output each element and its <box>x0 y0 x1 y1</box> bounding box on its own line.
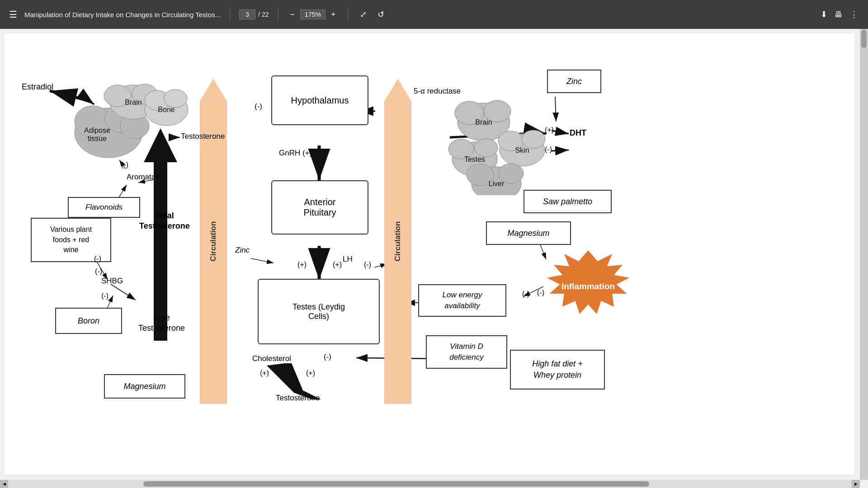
cholesterol-minus: (-) <box>324 352 331 361</box>
lh-label: LH <box>343 255 353 264</box>
flavonoids-box: Flavonoids <box>68 197 140 218</box>
free-t-minus: (-) <box>101 292 108 300</box>
hypo-minus: (-) <box>255 102 262 111</box>
low-energy-minus: (-) <box>522 290 529 298</box>
print-button[interactable]: 🖶 <box>832 8 845 21</box>
diagram: Adipose tissue Brain Bone Brain <box>5 33 854 474</box>
left-cloud-cluster: Adipose tissue Brain Bone <box>68 79 194 169</box>
left-circulation-label: Circulation <box>209 221 218 262</box>
scroll-right-button[interactable]: ▶ <box>852 480 860 488</box>
svg-line-30 <box>251 258 274 263</box>
zoom-controls: − 175% + <box>288 9 339 20</box>
estradiol-label: Estradiol <box>22 82 53 92</box>
scroll-left-button[interactable]: ◀ <box>0 480 8 488</box>
svg-point-56 <box>522 130 545 148</box>
magnesium-top-right-box: Magnesium <box>486 221 571 245</box>
svg-line-7 <box>111 284 136 300</box>
magnesium-top-right-label: Magnesium <box>507 229 549 238</box>
shbg-minus: (-) <box>95 267 102 276</box>
svg-point-44 <box>164 89 187 108</box>
anterior-pituitary-label: AnteriorPituitary <box>303 197 336 218</box>
svg-text:Testes: Testes <box>464 155 485 163</box>
main-content: Adipose tissue Brain Bone Brain <box>0 29 868 488</box>
toolbar: ☰ Manipulation of Dietary Intake on Chan… <box>0 0 868 29</box>
cholesterol-plus-1: (+) <box>260 369 269 377</box>
boron-label: Boron <box>78 316 99 326</box>
page-number-input[interactable] <box>239 9 255 19</box>
horizontal-scrollbar[interactable]: ◀ ▶ <box>0 480 860 488</box>
testes-leydig-box: Testes (LeydigCells) <box>258 279 380 344</box>
rotate-button[interactable]: ↺ <box>375 8 387 21</box>
vertical-scrollbar[interactable] <box>860 29 868 480</box>
anterior-pituitary-box: AnteriorPituitary <box>271 180 368 235</box>
low-energy-box: Low energyavailability <box>418 284 506 317</box>
testosterone-left-label: Testosterone <box>181 132 225 141</box>
right-cloud-cluster: Brain Testes Skin Liver <box>448 96 556 195</box>
divider-3 <box>348 6 348 23</box>
svg-text:Brain: Brain <box>475 118 492 126</box>
more-options-button[interactable]: ⋮ <box>847 8 861 21</box>
aromatase-label: Aromatase <box>127 173 164 182</box>
dht-minus: (-) <box>545 145 552 154</box>
high-fat-label: High fat diet +Whey protein <box>532 358 583 381</box>
pdf-page: Adipose tissue Brain Bone Brain <box>5 33 854 474</box>
dht-plus: (+) <box>545 126 554 134</box>
zoom-out-button[interactable]: − <box>288 9 298 20</box>
svg-line-27 <box>276 366 285 372</box>
page-controls: / 22 <box>239 9 269 19</box>
right-circulation-label: Circulation <box>393 221 402 262</box>
toolbar-right: ⬇ 🖶 ⋮ <box>818 8 861 21</box>
inflammation-minus: (-) <box>537 289 544 297</box>
dht-label: DHT <box>570 128 586 138</box>
scrollbar-v-thumb[interactable] <box>861 30 867 48</box>
testosterone-bottom-label: Testosterone <box>276 394 320 403</box>
cholesterol-label: Cholesterol <box>252 354 291 363</box>
magnesium-bottom-label: Magnesium <box>123 382 165 391</box>
fit-page-button[interactable]: ⤢ <box>357 8 369 21</box>
svg-text:tissue: tissue <box>88 135 107 142</box>
hypothalamus-box: Hypothalamus <box>271 75 368 125</box>
svg-point-52 <box>474 139 498 157</box>
five-alpha-label: 5-α reductase <box>414 87 461 96</box>
download-button[interactable]: ⬇ <box>818 8 830 21</box>
zinc-top-right-label: Zinc <box>566 77 582 86</box>
inflammation-burst: Inflammation <box>545 250 631 323</box>
zoom-value: 175% <box>300 9 326 19</box>
testes-leydig-label: Testes (LeydigCells) <box>292 302 345 321</box>
right-circulation-arrow: Circulation <box>384 79 411 404</box>
saw-palmetto-box: Saw palmetto <box>524 190 612 213</box>
flavonoids-label: Flavonoids <box>85 203 123 212</box>
zinc-mid-label: Zinc <box>235 246 250 255</box>
vitamin-d-box: Vitamin Ddeficiency <box>426 335 507 369</box>
gnrh-label: GnRH (+) <box>279 149 312 158</box>
inflammation-label: Inflammation <box>561 282 615 291</box>
svg-text:Liver: Liver <box>489 180 505 188</box>
lh-minus: (-) <box>364 261 371 269</box>
aromatase-minus: (-) <box>121 161 128 169</box>
left-circulation-arrow: Circulation <box>200 79 227 404</box>
cholesterol-plus-2: (+) <box>306 369 315 377</box>
high-fat-box: High fat diet +Whey protein <box>510 350 605 389</box>
divider-1 <box>230 6 230 23</box>
free-testosterone-label: FreeTestosterone <box>138 313 185 334</box>
menu-icon[interactable]: ☰ <box>7 7 19 22</box>
svg-text:Brain: Brain <box>125 99 142 106</box>
hypothalamus-label: Hypothalamus <box>291 95 349 106</box>
scrollbar-h-thumb[interactable] <box>143 481 650 487</box>
zinc-top-right-box: Zinc <box>547 70 601 93</box>
boron-box: Boron <box>55 308 122 334</box>
svg-text:Bone: Bone <box>158 106 175 113</box>
divider-2 <box>278 6 278 23</box>
shbg-label: SHBG <box>101 277 123 286</box>
document-title: Manipulation of Dietary Intake on Change… <box>24 11 221 19</box>
saw-palmetto-label: Saw palmetto <box>543 197 592 206</box>
magnesium-bottom-box: Magnesium <box>104 374 185 399</box>
lh-plus-right: (+) <box>333 261 342 269</box>
total-testosterone-label: TotalTestosterone <box>139 211 190 232</box>
page-separator: / 22 <box>258 11 269 18</box>
svg-text:Skin: Skin <box>515 146 529 154</box>
zoom-in-button[interactable]: + <box>328 9 339 20</box>
svg-text:Adipose: Adipose <box>84 127 110 134</box>
low-energy-label: Low energyavailability <box>443 290 482 311</box>
various-plant-label: Various plantfoods + redwine <box>50 225 92 255</box>
